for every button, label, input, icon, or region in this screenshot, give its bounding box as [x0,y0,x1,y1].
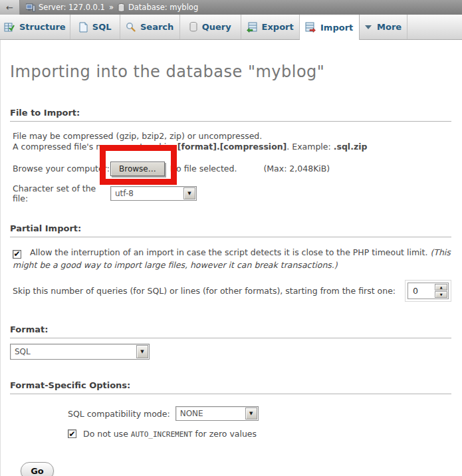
filename-note-prefix: A compressed file's name must end in [13,142,174,152]
charset-value: utf-8 [111,189,183,198]
tab-label: More [377,22,402,32]
charset-label: Character set of the file: [13,183,110,203]
tab-label: Import [320,23,353,33]
auto-increment-row: ✔ Do not use AUTO_INCREMENT for zero val… [65,429,453,439]
main-content: Importing into the database "myblog" Fil… [0,40,462,476]
query-icon [189,22,197,32]
sql-icon [78,22,88,33]
file-upload-row: Browse your computer: Browse… No file se… [10,160,453,177]
dropdown-arrow-icon[interactable]: ▼ [136,345,148,358]
browse-button[interactable]: Browse… [110,162,165,176]
charset-select[interactable]: utf-8 ▼ [110,186,197,201]
search-icon [126,22,136,32]
import-icon [305,22,316,33]
allow-interruption-checkbox[interactable]: ✔ [13,250,21,259]
spinner-down-icon[interactable]: ▼ [435,291,447,298]
tab-label: Query [202,22,231,32]
tab-export[interactable]: Export [241,15,300,39]
format-value: SQL [11,347,136,356]
breadcrumb-bar: ← Server: 127.0.0.1 » Database: myblog [0,0,462,15]
section-file-to-import: File to Import: [10,108,451,122]
database-icon [118,3,125,12]
auto-increment-label: Do not use AUTO_INCREMENT for zero value… [83,429,257,439]
breadcrumb-database-link[interactable]: Database: myblog [128,3,198,12]
auto-increment-prefix: Do not use [83,429,131,439]
filename-example: .sql.zip [334,142,368,152]
skip-queries-stepper[interactable]: 0 ▲ ▼ [407,283,449,299]
compression-note: File may be compressed (gzip, bzip2, zip… [10,131,453,152]
checkmark-icon: ✔ [68,430,75,438]
section-format-options: Format-Specific Options: [10,380,451,394]
filename-pattern: .[format].[compression] [174,142,287,152]
go-button[interactable]: Go [21,462,54,476]
compression-note-line1: File may be compressed (gzip, bzip2, zip… [13,131,262,141]
sql-compat-label: SQL compatibility mode: [68,409,170,419]
sql-compat-value: NONE [176,409,245,418]
skip-queries-label: Skip this number of queries (for SQL) or… [13,286,396,296]
skip-queries-row: Skip this number of queries (for SQL) or… [10,283,453,299]
sql-compat-row: SQL compatibility mode: NONE ▼ [65,406,453,421]
dropdown-arrow-icon[interactable]: ▼ [245,408,257,419]
chevron-down-icon [364,25,372,30]
format-row: SQL ▼ [10,344,453,360]
filename-note-mid: . Example: [287,142,333,152]
back-arrow-icon: ← [6,3,13,13]
back-button[interactable]: ← [0,0,20,15]
sql-compat-select[interactable]: NONE ▼ [175,406,259,421]
tab-structure[interactable]: Structure [0,15,70,39]
max-size-note: (Max: 2,048KiB) [263,164,330,174]
tab-label: Export [262,22,294,32]
export-icon [247,22,257,33]
tab-bar: Structure SQL Search Query [0,15,462,40]
tab-import[interactable]: Import [300,15,360,40]
page-title: Importing into the database "myblog" [10,40,453,81]
allow-interruption-option: ✔Allow the interruption of an import in … [10,246,453,271]
section-partial-import: Partial Import: [10,223,451,237]
breadcrumb: Server: 127.0.0.1 » Database: myblog [26,3,198,12]
breadcrumb-separator: » [109,3,114,12]
format-select[interactable]: SQL ▼ [10,344,150,360]
tab-label: SQL [92,22,112,32]
server-icon [26,3,35,12]
tab-sql[interactable]: SQL [70,15,120,39]
auto-increment-checkbox[interactable]: ✔ [68,429,76,438]
section-format: Format: [10,324,451,338]
no-file-text: No file selected. [170,164,237,174]
tab-query[interactable]: Query [180,15,241,39]
structure-icon [4,22,15,33]
tab-label: Search [140,22,173,32]
skip-queries-value: 0 [409,286,418,296]
auto-increment-suffix: for zero values [193,429,257,439]
breadcrumb-server-link[interactable]: Server: 127.0.0.1 [39,3,105,12]
dropdown-arrow-icon[interactable]: ▼ [183,187,195,199]
auto-increment-code: AUTO_INCREMENT [131,430,193,439]
tab-search[interactable]: Search [120,15,180,39]
tab-bar-filler [407,15,462,39]
browse-label: Browse your computer: [13,164,110,174]
spinner-up-icon[interactable]: ▲ [435,284,447,291]
charset-row: Character set of the file: utf-8 ▼ [10,183,453,203]
tab-more[interactable]: More [360,15,407,39]
tab-label: Structure [19,22,66,32]
checkmark-icon: ✔ [13,250,20,258]
allow-interruption-text: Allow the interruption of an import in c… [30,247,430,257]
